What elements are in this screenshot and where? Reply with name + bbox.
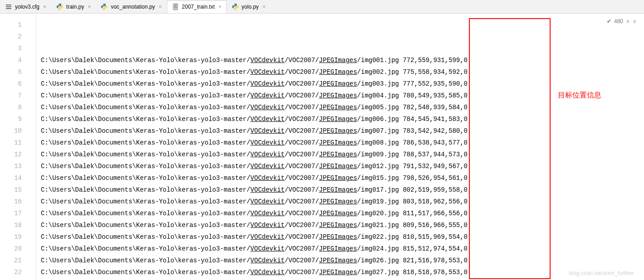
inspection-status[interactable]: ✔ 480 ∧ ∨	[607, 18, 637, 24]
svg-point-3	[59, 4, 59, 5]
line-number: 17	[0, 208, 22, 219]
text-content[interactable]: C:\Users\Dalek\Documents\Keras-Yolo\kera…	[36, 14, 644, 280]
nav-down-icon[interactable]: ∨	[633, 18, 637, 24]
file-path: C:\Users\Dalek\Documents\Keras-Yolo\kera…	[41, 243, 403, 255]
bbox-value: 824,520,982,554,0	[403, 278, 468, 280]
line-number: 13	[0, 160, 22, 172]
file-path: C:\Users\Dalek\Documents\Keras-Yolo\kera…	[41, 125, 403, 137]
svg-point-11	[234, 4, 234, 5]
line-number: 3	[0, 43, 22, 54]
file-path: C:\Users\Dalek\Documents\Keras-Yolo\kera…	[41, 172, 403, 184]
line-number: 11	[0, 137, 22, 149]
file-path: C:\Users\Dalek\Documents\Keras-Yolo\kera…	[41, 278, 403, 280]
file-path: C:\Users\Dalek\Documents\Keras-Yolo\kera…	[41, 113, 403, 125]
problem-count: 480	[614, 18, 623, 24]
bbox-value: 803,518,962,556,0	[403, 196, 468, 208]
gutter-separator	[27, 14, 36, 280]
bbox-value: 784,545,941,583,0	[403, 113, 468, 125]
tab-2007-train-txt[interactable]: 2007_train.txt×	[167, 0, 227, 13]
text-line[interactable]: C:\Users\Dalek\Documents\Keras-Yolo\kera…	[41, 208, 644, 219]
line-number: 12	[0, 149, 22, 160]
bbox-value: 772,559,931,599,0	[403, 54, 468, 66]
close-icon[interactable]: ×	[219, 4, 222, 10]
editor-area: 12345678910111213141516171819202122 C:\U…	[0, 14, 644, 280]
close-icon[interactable]: ×	[43, 4, 46, 10]
svg-point-4	[61, 9, 61, 10]
tab-train-py[interactable]: train.py×	[51, 0, 96, 13]
bbox-value: 815,512,974,554,0	[403, 243, 468, 255]
svg-point-6	[105, 9, 106, 10]
text-line[interactable]: C:\Users\Dalek\Documents\Keras-Yolo\kera…	[41, 78, 644, 90]
text-line[interactable]: C:\Users\Dalek\Documents\Keras-Yolo\kera…	[41, 172, 644, 184]
text-line[interactable]: C:\Users\Dalek\Documents\Keras-Yolo\kera…	[41, 278, 644, 280]
bbox-value: 780,549,935,585,0	[403, 90, 468, 101]
text-line[interactable]: C:\Users\Dalek\Documents\Keras-Yolo\kera…	[41, 125, 644, 137]
bbox-value: 810,515,969,554,0	[403, 231, 468, 243]
watermark-text: blog.csdn.net/exm_further	[569, 270, 634, 276]
line-number: 14	[0, 172, 22, 184]
svg-rect-7	[173, 4, 178, 10]
text-line[interactable]: C:\Users\Dalek\Documents\Keras-Yolo\kera…	[41, 184, 644, 196]
text-line[interactable]: C:\Users\Dalek\Documents\Keras-Yolo\kera…	[41, 101, 644, 113]
bbox-value: 775,558,934,592,0	[403, 66, 468, 78]
tab-label: voc_annotation.py	[111, 4, 155, 10]
bbox-value: 821,516,978,553,0	[403, 255, 468, 266]
tab-voc-annotation-py[interactable]: voc_annotation.py×	[96, 0, 166, 13]
line-number-gutter: 12345678910111213141516171819202122	[0, 14, 27, 280]
text-line[interactable]: C:\Users\Dalek\Documents\Keras-Yolo\kera…	[41, 66, 644, 78]
text-file-icon	[172, 3, 179, 10]
file-path: C:\Users\Dalek\Documents\Keras-Yolo\kera…	[41, 78, 403, 90]
line-number: 15	[0, 184, 22, 196]
bbox-value: 811,517,966,556,0	[403, 208, 468, 219]
line-number: 21	[0, 255, 22, 266]
line-number: 22	[0, 266, 22, 278]
text-line[interactable]: C:\Users\Dalek\Documents\Keras-Yolo\kera…	[41, 219, 644, 231]
line-number: 9	[0, 113, 22, 125]
file-path: C:\Users\Dalek\Documents\Keras-Yolo\kera…	[41, 137, 403, 149]
tab-yolo-py[interactable]: yolo.py×	[227, 0, 271, 13]
tab-yolov3-cfg[interactable]: yolov3.cfg×	[0, 0, 51, 13]
line-number: 7	[0, 90, 22, 101]
text-line[interactable]: C:\Users\Dalek\Documents\Keras-Yolo\kera…	[41, 54, 644, 66]
bbox-value: 791,532,949,567,0	[403, 160, 468, 172]
text-line[interactable]: C:\Users\Dalek\Documents\Keras-Yolo\kera…	[41, 231, 644, 243]
bbox-value: 809,516,966,555,0	[403, 219, 468, 231]
text-line[interactable]: C:\Users\Dalek\Documents\Keras-Yolo\kera…	[41, 137, 644, 149]
close-icon[interactable]: ×	[263, 4, 266, 10]
text-line[interactable]: C:\Users\Dalek\Documents\Keras-Yolo\kera…	[41, 255, 644, 266]
file-path: C:\Users\Dalek\Documents\Keras-Yolo\kera…	[41, 266, 403, 278]
file-path: C:\Users\Dalek\Documents\Keras-Yolo\kera…	[41, 90, 403, 101]
bbox-value: 786,538,943,577,0	[403, 137, 468, 149]
text-line[interactable]: C:\Users\Dalek\Documents\Keras-Yolo\kera…	[41, 196, 644, 208]
svg-point-5	[103, 4, 103, 5]
check-icon: ✔	[607, 18, 611, 24]
text-line[interactable]: C:\Users\Dalek\Documents\Keras-Yolo\kera…	[41, 266, 644, 278]
file-path: C:\Users\Dalek\Documents\Keras-Yolo\kera…	[41, 149, 403, 160]
bbox-value: 802,519,959,558,0	[403, 184, 468, 196]
line-number: 19	[0, 231, 22, 243]
line-number: 20	[0, 243, 22, 255]
text-line[interactable]: C:\Users\Dalek\Documents\Keras-Yolo\kera…	[41, 160, 644, 172]
text-line[interactable]: C:\Users\Dalek\Documents\Keras-Yolo\kera…	[41, 90, 644, 101]
tab-label: train.py	[66, 4, 84, 10]
close-icon[interactable]: ×	[159, 4, 162, 10]
line-number: 18	[0, 219, 22, 231]
file-path: C:\Users\Dalek\Documents\Keras-Yolo\kera…	[41, 160, 403, 172]
python-file-icon	[232, 3, 239, 10]
annotation-label: 目标位置信息	[558, 91, 601, 100]
nav-up-icon[interactable]: ∧	[626, 18, 630, 24]
file-path: C:\Users\Dalek\Documents\Keras-Yolo\kera…	[41, 184, 403, 196]
bbox-value: 798,526,954,561,0	[403, 172, 468, 184]
file-path: C:\Users\Dalek\Documents\Keras-Yolo\kera…	[41, 196, 403, 208]
tab-label: 2007_train.txt	[182, 4, 215, 10]
python-file-icon	[56, 3, 63, 10]
text-line[interactable]: C:\Users\Dalek\Documents\Keras-Yolo\kera…	[41, 243, 644, 255]
file-path: C:\Users\Dalek\Documents\Keras-Yolo\kera…	[41, 208, 403, 219]
editor-tabs: yolov3.cfg×train.py×voc_annotation.py×20…	[0, 0, 644, 14]
bbox-value: 777,552,935,590,0	[403, 78, 468, 90]
python-file-icon	[101, 3, 108, 10]
line-number: 1	[0, 19, 22, 31]
text-line[interactable]: C:\Users\Dalek\Documents\Keras-Yolo\kera…	[41, 113, 644, 125]
close-icon[interactable]: ×	[88, 4, 91, 10]
text-line[interactable]: C:\Users\Dalek\Documents\Keras-Yolo\kera…	[41, 149, 644, 160]
